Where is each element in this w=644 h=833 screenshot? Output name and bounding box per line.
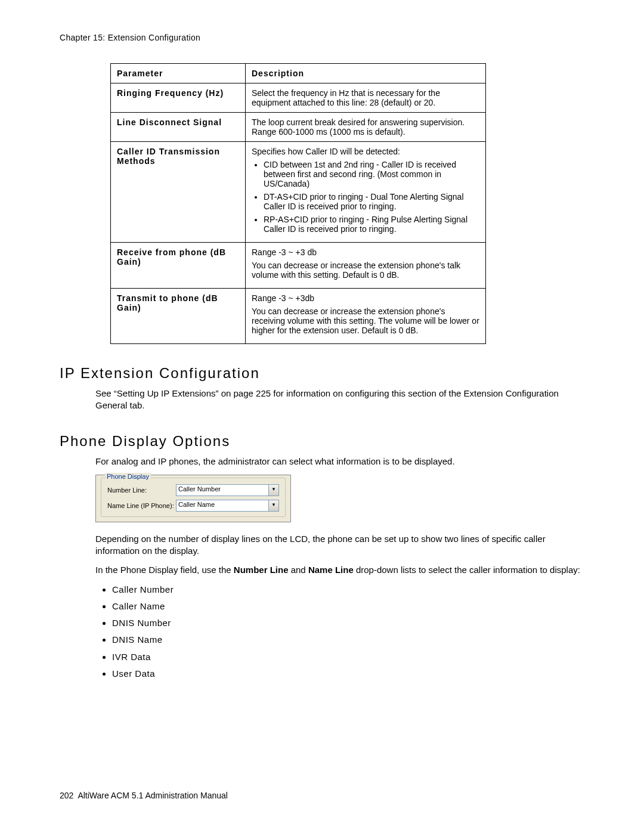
desc-line: Range -3 ~ +3 db — [252, 247, 479, 257]
text-run: and — [289, 565, 308, 575]
page-root: Chapter 15: Extension Configuration Para… — [0, 0, 644, 833]
section-body: Depending on the number of display lines… — [95, 533, 584, 680]
param-cell: Ringing Frequency (Hz) — [111, 83, 246, 113]
parameter-table: Parameter Description Ringing Frequency … — [110, 63, 486, 344]
list-item: Caller Name — [112, 600, 584, 612]
desc-line: You can decrease or increase the extensi… — [252, 261, 479, 280]
desc-cell: Range -3 ~ +3db You can decrease or incr… — [246, 289, 486, 344]
section-heading-phone-display: Phone Display Options — [60, 433, 584, 450]
col-parameter: Parameter — [111, 64, 246, 83]
bullet-item: RP-AS+CID prior to ringing - Ring Pulse … — [264, 215, 479, 234]
list-item: IVR Data — [112, 651, 584, 663]
list-item: Caller Number — [112, 584, 584, 596]
list-item: User Data — [112, 668, 584, 680]
chevron-down-icon[interactable]: ▼ — [268, 500, 278, 511]
paragraph: See “Setting Up IP Extensions” on page 2… — [95, 388, 584, 412]
number-line-row: Number Line: Caller Number ▼ — [107, 484, 279, 496]
param-cell: Caller ID Transmission Methods — [111, 142, 246, 243]
table-row: Receive from phone (dB Gain) Range -3 ~ … — [111, 243, 486, 289]
manual-title: AltiWare ACM 5.1 Administration Manual — [78, 791, 228, 800]
section-heading-ip-extension: IP Extension Configuration — [60, 365, 584, 382]
page-footer: 202 AltiWare ACM 5.1 Administration Manu… — [60, 791, 228, 800]
desc-intro: Specifies how Caller ID will be detected… — [252, 147, 479, 156]
paragraph: For analog and IP phones, the administra… — [95, 456, 584, 467]
paragraph: Depending on the number of display lines… — [95, 533, 584, 558]
page-number: 202 — [60, 791, 73, 800]
phone-display-screenshot: Phone Display Number Line: Caller Number… — [95, 475, 291, 522]
desc-cell: Range -3 ~ +3 db You can decrease or inc… — [246, 243, 486, 289]
name-line-combo[interactable]: Caller Name ▼ — [176, 500, 279, 512]
number-line-label: Number Line: — [107, 487, 176, 494]
name-line-row: Name Line (IP Phone): Caller Name ▼ — [107, 500, 279, 512]
desc-line: Range -3 ~ +3db — [252, 293, 479, 303]
text-run: In the Phone Display field, use the — [95, 565, 234, 575]
combo-value: Caller Name — [177, 500, 268, 511]
param-cell: Line Disconnect Signal — [111, 113, 246, 142]
number-line-combo[interactable]: Caller Number ▼ — [176, 484, 279, 496]
section-body: For analog and IP phones, the administra… — [95, 456, 584, 467]
table-row: Line Disconnect Signal The loop current … — [111, 113, 486, 142]
desc-bullets: CID between 1st and 2nd ring - Caller ID… — [252, 160, 479, 234]
list-item: DNIS Number — [112, 617, 584, 629]
table-row: Caller ID Transmission Methods Specifies… — [111, 142, 486, 243]
combo-value: Caller Number — [177, 485, 268, 496]
desc-cell: Select the frequency in Hz that is neces… — [246, 83, 486, 113]
bold-run: Number Line — [234, 565, 289, 575]
desc-cell: The loop current break desired for answe… — [246, 113, 486, 142]
name-line-label: Name Line (IP Phone): — [107, 502, 176, 509]
display-options-list: Caller Number Caller Name DNIS Number DN… — [95, 584, 584, 680]
desc-cell: Specifies how Caller ID will be detected… — [246, 142, 486, 243]
bullet-item: CID between 1st and 2nd ring - Caller ID… — [264, 160, 479, 188]
chevron-down-icon[interactable]: ▼ — [268, 485, 278, 496]
text-run: drop-down lists to select the caller inf… — [354, 565, 580, 575]
table-row: Ringing Frequency (Hz) Select the freque… — [111, 83, 486, 113]
desc-line: You can decrease or increase the extensi… — [252, 306, 479, 335]
phone-display-groupbox: Phone Display Number Line: Caller Number… — [101, 478, 286, 517]
bold-run: Name Line — [308, 565, 354, 575]
table-header-row: Parameter Description — [111, 64, 486, 83]
groupbox-label: Phone Display — [105, 473, 151, 480]
param-cell: Transmit to phone (dB Gain) — [111, 289, 246, 344]
section-body: See “Setting Up IP Extensions” on page 2… — [95, 388, 584, 412]
chapter-header: Chapter 15: Extension Configuration — [60, 33, 584, 42]
bullet-item: DT-AS+CID prior to ringing - Dual Tone A… — [264, 192, 479, 211]
col-description: Description — [246, 64, 486, 83]
param-cell: Receive from phone (dB Gain) — [111, 243, 246, 289]
list-item: DNIS Name — [112, 634, 584, 646]
paragraph: In the Phone Display field, use the Numb… — [95, 564, 584, 576]
table-row: Transmit to phone (dB Gain) Range -3 ~ +… — [111, 289, 486, 344]
